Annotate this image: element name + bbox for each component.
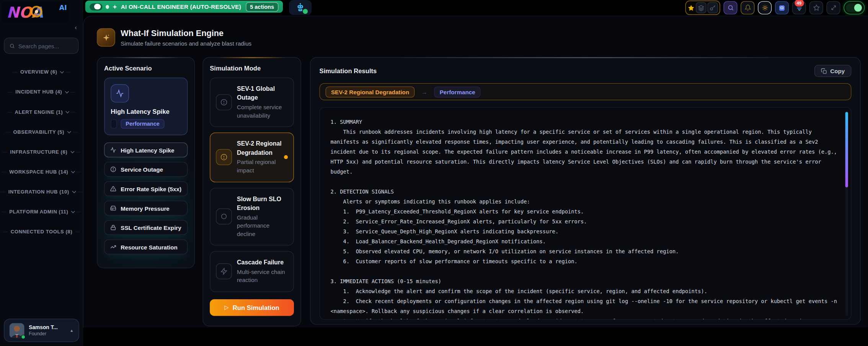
sidebar-item-label: OVERVIEW (6)	[20, 69, 57, 75]
mode-name: SEV-1 Global Outage	[237, 85, 288, 102]
mode-desc: Partial regional impact	[237, 158, 288, 175]
sidebar-nav: OVERVIEW (6) INCIDENT HUB (4) ALERT ENGI…	[0, 62, 83, 242]
scrollbar-thumb[interactable]	[845, 112, 848, 187]
sun-icon	[762, 5, 768, 11]
scenario-item-error-rate[interactable]: Error Rate Spike (5xx)	[104, 181, 188, 196]
mode-text: SEV-1 Global Outage Complete service una…	[237, 85, 288, 120]
mode-name: SEV-2 Regional Degradation	[237, 140, 288, 157]
favorites-group[interactable]	[685, 0, 720, 15]
page-header: What-If Simulation Engine Simulate failu…	[97, 28, 251, 47]
key-icon	[710, 5, 716, 11]
results-body[interactable]: 1. SUMMARY This runbook addresses incide…	[320, 107, 852, 320]
chevron-down-icon	[72, 189, 76, 193]
mode-name: Slow Burn SLO Erosion	[237, 195, 288, 213]
theme-toggle-button[interactable]	[758, 1, 772, 15]
chevron-down-icon	[65, 89, 69, 93]
copy-button[interactable]: Copy	[814, 65, 851, 77]
mode-desc: Gradual performance decline	[237, 213, 288, 238]
updates-button[interactable]: 49	[792, 1, 806, 15]
sidebar-item-connected-tools[interactable]: CONNECTED TOOLS (8)	[0, 222, 83, 242]
topbar-icons: 49	[685, 0, 865, 15]
user-meta: Samson T... Founder	[29, 324, 65, 336]
sidebar-item-observability[interactable]: OBSERVABILITY (5)	[0, 122, 83, 142]
mode-card-cascade[interactable]: Cascade Failure Multi-service chain reac…	[210, 251, 294, 292]
sidebar-collapse-button[interactable]: ‹	[75, 25, 77, 30]
sidebar-item-incident-hub[interactable]: INCIDENT HUB (4)	[0, 82, 83, 102]
mode-card-sev2[interactable]: SEV-2 Regional Degradation Partial regio…	[210, 133, 294, 182]
star-outline-icon	[813, 5, 819, 11]
ai-assistant-button[interactable]	[289, 0, 312, 15]
sidebar-item-infrastructure[interactable]: INFRASTRUCTURE (6)	[0, 142, 83, 162]
mode-card-slow-burn[interactable]: Slow Burn SLO Erosion Gradual performanc…	[210, 188, 294, 246]
alert-circle-icon	[216, 94, 232, 110]
noa-logo-icon: NOA AI	[2, 1, 80, 23]
layers-icon	[698, 5, 704, 11]
mode-name: Cascade Failure	[237, 258, 288, 267]
run-simulation-button[interactable]: ▷ Run Simulation	[210, 299, 294, 315]
app-logo[interactable]: NOA AI	[2, 1, 80, 23]
scenario-item-memory-pressure[interactable]: Memory Pressure	[104, 201, 188, 216]
copy-label: Copy	[830, 67, 845, 74]
sidebar-item-label: INFRASTRUCTURE (6)	[10, 149, 67, 154]
mode-text: Slow Burn SLO Erosion Gradual performanc…	[237, 195, 288, 239]
results-header: Simulation Results Copy	[320, 65, 852, 77]
chevron-down-icon	[71, 169, 75, 173]
svg-text:AI: AI	[59, 4, 67, 11]
assistant-online-dot	[303, 9, 308, 14]
chevron-down-icon	[66, 109, 70, 113]
layers-button[interactable]	[696, 2, 706, 13]
arrow-right-icon: →	[421, 89, 427, 95]
scenario-label: Memory Pressure	[121, 205, 169, 211]
expand-diagonal-icon	[830, 5, 837, 11]
user-role: Founder	[29, 331, 65, 336]
expand-up-icon[interactable]: ▲	[70, 328, 73, 332]
power-toggle[interactable]	[844, 1, 865, 15]
runbook-text: 1. SUMMARY This runbook addresses incide…	[331, 117, 838, 320]
category-badge: Performance	[121, 119, 164, 129]
page-subtitle: Simulate failure scenarios and analyze b…	[121, 40, 251, 46]
sidebar-item-alert-engine[interactable]: ALERT ENGINE (1)	[0, 102, 83, 122]
mode-text: Cascade Failure Multi-service chain reac…	[237, 258, 288, 285]
trending-up-icon	[110, 244, 116, 250]
search-input[interactable]	[18, 43, 73, 49]
active-scenario-title: Active Scenario	[104, 65, 188, 71]
page-header-text: What-If Simulation Engine Simulate failu…	[121, 28, 251, 47]
scenario-item-service-outage[interactable]: Service Outage	[104, 162, 188, 177]
simulation-results-panel: Simulation Results Copy SEV-2 Regional D…	[310, 57, 861, 325]
live-status-dot	[106, 5, 109, 8]
scenario-item-high-latency[interactable]: High Latency Spike	[104, 143, 188, 157]
online-status-dot	[21, 335, 26, 339]
scenario-item-resource-saturation[interactable]: Resource Saturation	[104, 239, 188, 254]
selected-scenario-name: High Latency Spike	[111, 108, 181, 115]
sidebar-item-integration-hub[interactable]: INTEGRATION HUB (10)	[0, 182, 83, 202]
topbar: AI ON-CALL ENGINEER (AUTO-RESOLVE) 5 act…	[83, 0, 868, 15]
sidebar-item-label: ALERT ENGINE (1)	[15, 109, 63, 115]
hard-drive-icon	[110, 205, 116, 211]
activity-icon	[110, 147, 116, 153]
search-button[interactable]	[723, 1, 737, 15]
scenario-item-ssl-expiry[interactable]: SSL Certificate Expiry	[104, 220, 188, 235]
sidebar-item-label: PLATFORM ADMIN (11)	[9, 209, 68, 214]
key-button[interactable]	[707, 2, 718, 13]
sidebar-item-platform-admin[interactable]: PLATFORM ADMIN (11)	[0, 202, 83, 221]
notifications-button[interactable]	[741, 1, 754, 15]
user-profile-card[interactable]: Samson T... Founder ▲	[4, 319, 79, 342]
play-icon: ▷	[224, 304, 228, 310]
search-box	[4, 38, 78, 54]
simulation-engine-icon	[97, 28, 115, 47]
mode-text: SEV-2 Regional Degradation Partial regio…	[237, 140, 288, 175]
chat-button[interactable]	[775, 1, 789, 15]
expand-button[interactable]	[826, 1, 840, 15]
sidebar-item-label: CONNECTED TOOLS (8)	[11, 229, 72, 234]
mode-card-sev1[interactable]: SEV-1 Global Outage Complete service una…	[210, 77, 294, 127]
zap-icon	[216, 264, 232, 280]
actions-count-button[interactable]: 5 actions	[246, 2, 279, 11]
severity-chip	[111, 119, 117, 129]
sidebar-item-overview[interactable]: OVERVIEW (6)	[0, 62, 83, 82]
star-button[interactable]	[809, 1, 823, 15]
ai-oncall-banner[interactable]: AI ON-CALL ENGINEER (AUTO-RESOLVE) 5 act…	[85, 0, 283, 13]
auto-resolve-toggle[interactable]	[90, 3, 102, 10]
scenario-label: High Latency Spike	[121, 147, 174, 153]
toggle-knob	[94, 4, 101, 9]
sidebar-item-workspace-hub[interactable]: WORKSPACE HUB (14)	[0, 162, 83, 182]
